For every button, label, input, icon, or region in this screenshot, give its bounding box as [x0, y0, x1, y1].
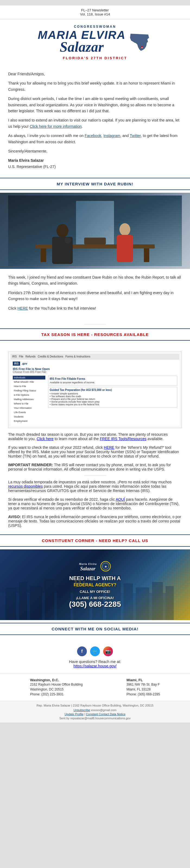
irs-tools-link[interactable]: FREE IRS Tools/Resources	[100, 437, 147, 441]
irs-sidebar-item-efile: e-File Options	[13, 393, 45, 397]
tax-para-es-2: Si desea verificar el estado de su reemb…	[8, 497, 182, 510]
seal-icon: ★	[100, 561, 111, 572]
irs-box2-item-3: • Prepare and e-file your federal tax re…	[50, 398, 176, 400]
irs-recursos-link[interactable]: recursos disponibles	[8, 484, 43, 489]
social-question-text: Have questions? Reach me at:	[8, 659, 182, 664]
tax-header-pre: TAX SEASON IS HERE	[41, 332, 91, 337]
update-profile-link[interactable]: Update Profile	[65, 713, 84, 716]
footer-dc-phone: Phone: (202) 225-3931	[30, 692, 83, 697]
footer-dc-office: Washington, D.C. 2162 Rayburn House Offi…	[30, 678, 83, 697]
interview-header-text: MY INTERVIEW WITH DAVE RUBIN!	[3, 182, 187, 186]
irs-content-area: IRS .gov IRS Free File is Now Open Choos…	[10, 360, 180, 426]
signature: María Elvira Salazar U.S. Representative…	[8, 157, 182, 169]
unsubscribe-link[interactable]: Unsubscribe	[74, 708, 90, 712]
footer-dc-line1: 2162 Rayburn House Office Building	[30, 682, 83, 687]
tax-section-body: IRS File Refunds Credits & Deductions Fo…	[0, 343, 190, 532]
irs-box2-item-4: • Some products include free state retur…	[50, 400, 176, 403]
facebook-social-icon[interactable]: f	[77, 646, 87, 656]
irs-logo-badge: IRS	[13, 362, 20, 366]
irs-tab-file: File	[19, 355, 23, 358]
aqui-link[interactable]: AQUÍ	[116, 497, 125, 501]
main-body: Dear Friends/Amigos, Thank you for allow…	[0, 65, 190, 175]
svg-rect-10	[117, 235, 133, 262]
instagram-social-icon[interactable]: 📷	[103, 646, 113, 656]
irs-sidebar: Individuals What Should I File How to Fi…	[13, 376, 45, 424]
svg-rect-6	[144, 248, 149, 262]
irs-box2-title: Guided Tax Preparation (for AGI $72,000 …	[50, 389, 176, 392]
irs-tab-credits: Credits & Deductions	[38, 355, 63, 358]
svg-point-12	[65, 237, 71, 244]
social-section: f 🐦 📷 Have questions? Reach me at: https…	[0, 638, 190, 674]
divider-2	[84, 475, 106, 476]
irs-logo-area: IRS .gov	[13, 362, 177, 366]
instagram-link[interactable]: Instagram	[104, 133, 120, 138]
irs-box1-title: IRS Free File Fillable Forms	[50, 377, 176, 380]
call-line-es: ¡LLAME A MI OFICINA!	[76, 596, 114, 600]
footer-miami-line1: 3961 NW 7th St. Bay F	[126, 682, 160, 687]
twitter-social-icon[interactable]: 🐦	[90, 646, 100, 656]
contact-data-link[interactable]: Constant Contact Data Notice	[86, 713, 126, 716]
youtube-link[interactable]: HERE	[17, 306, 28, 310]
footer-contact: Washington, D.C. 2162 Rayburn House Offi…	[0, 674, 190, 701]
footer-unsubscribe-line: Unsubscribe xxxxxx@gmail.com	[3, 708, 187, 712]
tax-para-es-3: AVISO: El IRS nunca le pedirá informació…	[8, 515, 182, 528]
social-website-link: https://salazar.house.gov/	[8, 664, 182, 668]
irs-box2-item-2: • Tax software does the math	[50, 395, 176, 398]
body-para-1: Thank you for allowing me to bring you t…	[8, 80, 182, 92]
banner-district-suffix: DISTRICT	[105, 56, 127, 60]
florida-map-icon	[128, 32, 152, 51]
irs-guided-box: Guided Tax Preparation (for AGI $72,000 …	[48, 387, 177, 407]
svg-point-7	[56, 224, 68, 238]
irs-sidebar-item-individuals: Individuals	[13, 376, 45, 379]
irs-two-col-layout: Individuals What Should I File How to Fi…	[13, 376, 177, 424]
interview-para-2: Florida's 27th District is one of Americ…	[8, 290, 182, 302]
irs-sidebar-item-wheretofile: Where to File	[13, 402, 45, 406]
tax-para-en-3: IMPORTANT REMINDER: The IRS will never c…	[8, 463, 182, 471]
email-container: FL–27 Newsletter Vol. 118, Issue #14 CON…	[0, 5, 190, 722]
banner-name-text: MARIA ELVIRA Salazar	[38, 29, 125, 55]
facebook-link[interactable]: Facebook	[85, 133, 101, 138]
wheres-my-refund-link[interactable]: HERE	[104, 445, 115, 450]
irs-sidebar-item-yourinfo: Your Information	[13, 406, 45, 410]
footer-dc-line2: Washington, DC 20515	[30, 687, 83, 692]
banner-district-num: 27TH	[91, 56, 103, 60]
body-para-2: During district work periods, I value th…	[8, 96, 182, 114]
footer-bottom: Rep. Maria Elvira Salazar | 2162 Rayburn…	[0, 701, 190, 722]
svg-text:★: ★	[105, 565, 107, 568]
unsubscribe-email: xxxxxx@gmail.com	[91, 708, 116, 712]
tax-header-post: RESOURCES AVAILABLE	[93, 332, 149, 337]
tax-season-section-header: TAX SEASON IS HERE - RESOURCES AVAILABLE	[0, 329, 190, 341]
irs-sidebar-item-lifeevents: Life Events	[13, 410, 45, 414]
signer-name: María Elvira Salazar	[8, 157, 182, 163]
irs-tab-forms: Forms & Instructions	[66, 355, 90, 358]
irs-box1-text: Available to anyone regardless of income…	[50, 381, 176, 384]
irs-sidebar-item-employment: Employment	[13, 419, 45, 423]
constituent-section-header: CONSTITUENT CORNER - NEED HELP? CALL US	[0, 534, 190, 547]
footer-miami-line2: Miami, FL 33128	[126, 687, 160, 692]
irs-resources-link[interactable]: Click here	[37, 437, 53, 441]
newsletter-title-line2: Vol. 118, Issue #14	[3, 12, 187, 16]
interview-body: This week, I joined my friend and new co…	[0, 269, 190, 320]
footer-miami-office: Miami, FL 3961 NW 7th St. Bay F Miami, F…	[126, 678, 160, 697]
irs-main-area: IRS Free File Fillable Forms Available t…	[48, 376, 177, 424]
newsletter-header: FL–27 Newsletter Vol. 118, Issue #14	[0, 5, 190, 19]
greeting: Dear Friends/Amigos,	[8, 71, 182, 77]
body-para-4: As always, I invite you to connect with …	[8, 133, 182, 145]
capital-visit-link[interactable]: Click here for more information	[30, 124, 81, 129]
body-para-3: I also wanted to extend an invitation to…	[8, 117, 182, 129]
irs-sidebar-item-mailing: Mailing Addresses	[13, 397, 45, 401]
signer-title: U.S. Representative (FL-27)	[8, 164, 182, 169]
website-link[interactable]: https://salazar.house.gov/	[74, 664, 117, 668]
facebook-icon-label: f	[81, 649, 82, 654]
constituent-logo-text: Maria Elvira Salazar	[79, 562, 97, 572]
social-icons-container: f 🐦 📷	[8, 646, 182, 656]
call-line: CALL MY OFFICE!	[80, 590, 111, 594]
twitter-icon-label: 🐦	[92, 649, 98, 654]
twitter-link[interactable]: Twitter	[130, 133, 141, 138]
irs-browser-toolbar: IRS File Refunds Credits & Deductions Fo…	[10, 354, 180, 360]
tax-season-header-text: TAX SEASON IS HERE - RESOURCES AVAILABLE	[3, 332, 187, 337]
constituent-overlay: Maria Elvira Salazar ★ NEED HELP WITH A …	[0, 549, 190, 620]
need-help-line1: NEED HELP WITH A	[69, 575, 121, 582]
tax-para-en-2: If you want to check the status of your …	[8, 445, 182, 458]
interview-para-1: This week, I joined my friend and new co…	[8, 274, 182, 286]
